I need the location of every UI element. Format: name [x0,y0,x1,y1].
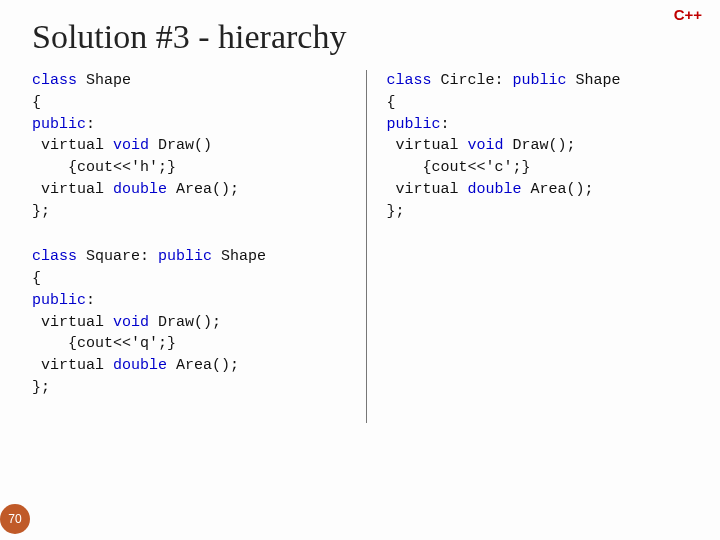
code-text: : [441,116,450,133]
code-text: Shape [77,72,131,89]
code-text: {cout<<'q';} [32,335,176,352]
code-text: }; [32,379,50,396]
keyword-double: double [113,357,167,374]
code-text: virtual [32,314,113,331]
keyword-double: double [468,181,522,198]
code-text: Circle: [432,72,513,89]
code-text: Draw() [149,137,212,154]
code-text: virtual [32,137,113,154]
keyword-class: class [32,248,77,265]
page-number-badge: 70 [0,504,30,534]
code-text: virtual [32,357,113,374]
code-text: Shape [212,248,266,265]
keyword-public: public [387,116,441,133]
keyword-void: void [113,137,149,154]
code-block-shape: class Shape { public: virtual void Draw(… [32,70,346,222]
code-text: Draw(); [504,137,576,154]
code-text: { [32,94,41,111]
cpp-badge: C++ [674,6,702,23]
code-block-square: class Square: public Shape { public: vir… [32,246,346,398]
code-text: : [86,292,95,309]
keyword-public: public [158,248,212,265]
slide-title: Solution #3 - hierarchy [32,18,700,56]
code-text: { [387,94,396,111]
code-text: Area(); [167,181,239,198]
code-text: Square: [77,248,158,265]
content-area: class Shape { public: virtual void Draw(… [32,70,700,423]
code-text: { [32,270,41,287]
code-text: virtual [32,181,113,198]
code-text: }; [32,203,50,220]
keyword-void: void [468,137,504,154]
code-text: : [86,116,95,133]
keyword-void: void [113,314,149,331]
slide: C++ Solution #3 - hierarchy class Shape … [0,0,720,540]
keyword-class: class [32,72,77,89]
keyword-public: public [32,292,86,309]
code-text: Shape [567,72,621,89]
code-text: Draw(); [149,314,221,331]
code-text: {cout<<'h';} [32,159,176,176]
keyword-class: class [387,72,432,89]
keyword-public: public [32,116,86,133]
left-column: class Shape { public: virtual void Draw(… [32,70,367,423]
code-text: virtual [387,137,468,154]
keyword-double: double [113,181,167,198]
code-text: {cout<<'c';} [387,159,531,176]
code-text: Area(); [167,357,239,374]
right-column: class Circle: public Shape { public: vir… [367,70,701,423]
code-text: virtual [387,181,468,198]
keyword-public: public [513,72,567,89]
code-text: Area(); [522,181,594,198]
code-block-circle: class Circle: public Shape { public: vir… [387,70,701,222]
code-text: }; [387,203,405,220]
